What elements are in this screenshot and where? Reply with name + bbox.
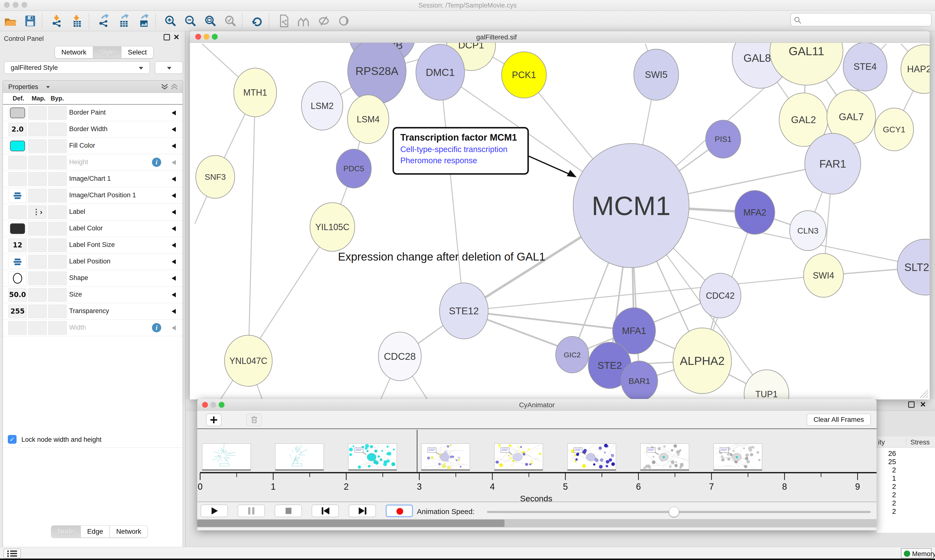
mapping-cell[interactable]: [28, 271, 47, 285]
default-cell[interactable]: 50.0: [8, 288, 27, 302]
network-node-pdc5[interactable]: PDC5: [336, 149, 371, 188]
stop-button[interactable]: [275, 505, 302, 517]
expand-row-icon[interactable]: [172, 127, 176, 132]
network-edge[interactable]: [440, 72, 464, 311]
expand-row-icon[interactable]: [172, 210, 176, 215]
property-row-border-width[interactable]: 2.0Border Width: [3, 121, 183, 138]
timeline-frame-7[interactable]: [713, 443, 762, 471]
memory-button[interactable]: Memory: [901, 548, 932, 558]
close-panel-icon[interactable]: ✕: [173, 34, 180, 41]
network-canvas[interactable]: RPS28BDCP1RPS28ADMC1PCK1SWI5GAL80GAL11ST…: [190, 43, 930, 400]
network-node-pck1[interactable]: PCK1: [501, 52, 546, 98]
add-frame-button[interactable]: [206, 414, 222, 426]
properties-header[interactable]: Properties: [3, 81, 183, 93]
skip-end-button[interactable]: [349, 505, 376, 517]
search-input[interactable]: [804, 14, 926, 25]
network-node-swi4[interactable]: SWI4: [804, 254, 844, 297]
resize-grip-icon[interactable]: [918, 387, 928, 398]
table-cell-value[interactable]: 1: [879, 474, 896, 482]
mapping-cell[interactable]: [28, 139, 47, 153]
search-box[interactable]: [790, 13, 932, 26]
speed-slider[interactable]: [487, 511, 871, 513]
skip-start-button[interactable]: [312, 505, 339, 517]
zoom-out-icon[interactable]: [184, 14, 198, 28]
refresh-icon[interactable]: [250, 14, 264, 28]
expand-row-icon[interactable]: [172, 326, 176, 330]
network-node-gcy1[interactable]: GCY1: [875, 108, 913, 151]
network-node-ynl047c[interactable]: YNL047C: [224, 335, 272, 386]
expand-row-icon[interactable]: [172, 177, 176, 182]
property-row-label-position[interactable]: Label Position: [3, 254, 183, 270]
bypass-cell[interactable]: [48, 238, 67, 252]
sphere-icon[interactable]: [337, 14, 351, 28]
network-node-mfa2[interactable]: MFA2: [735, 191, 775, 234]
network-edge[interactable]: [464, 275, 824, 311]
tab-network[interactable]: Network: [55, 46, 93, 58]
mapping-cell[interactable]: [28, 172, 47, 186]
bypass-cell[interactable]: [48, 123, 67, 136]
table-cell-value[interactable]: 2: [879, 466, 896, 474]
property-row-image-chart-position-1[interactable]: Image/Chart Position 1: [3, 187, 183, 204]
default-cell[interactable]: [8, 255, 27, 269]
property-row-border-paint[interactable]: Border Paint: [3, 105, 183, 121]
property-row-height[interactable]: Heighti: [3, 154, 183, 171]
open-folder-icon[interactable]: [3, 14, 17, 28]
tab-edge[interactable]: Edge: [80, 525, 110, 538]
network-node-cln3[interactable]: CLN3: [790, 211, 826, 251]
expand-row-icon[interactable]: [172, 143, 176, 148]
network-node-slt2[interactable]: SLT2: [897, 239, 930, 295]
property-row-transparency[interactable]: 255Transparency: [3, 303, 183, 320]
annotation-link-2[interactable]: Pheromone response: [400, 156, 528, 165]
zoom-selected-icon[interactable]: [224, 14, 238, 28]
network-node-dmc1[interactable]: DMC1: [416, 44, 464, 100]
doc-network-icon[interactable]: [277, 14, 291, 28]
network-node-cdc28[interactable]: CDC28: [378, 332, 421, 381]
clear-all-frames-button[interactable]: Clear All Frames: [807, 414, 871, 426]
timeline-frame-5[interactable]: [567, 443, 616, 471]
record-button[interactable]: [386, 505, 413, 517]
network-node-pis1[interactable]: PIS1: [706, 120, 741, 158]
export-network-icon[interactable]: [97, 14, 111, 28]
expand-row-icon[interactable]: [172, 292, 176, 297]
network-node-alpha2[interactable]: ALPHA2: [673, 328, 731, 394]
network-node-lsm4[interactable]: LSM4: [347, 95, 389, 143]
delete-frame-button[interactable]: [247, 414, 262, 426]
timeline-frame-0[interactable]: [202, 443, 251, 471]
float-panel-icon[interactable]: [908, 402, 915, 408]
bundle-icon[interactable]: [297, 14, 311, 28]
network-node-bar1[interactable]: BAR1: [621, 361, 658, 400]
bypass-cell[interactable]: [48, 305, 67, 318]
property-row-label-font-size[interactable]: 12Label Font Size: [3, 237, 183, 254]
mapping-cell[interactable]: [28, 106, 47, 120]
mapping-cell[interactable]: [28, 238, 47, 252]
network-node-rps28a[interactable]: RPS28A: [348, 43, 406, 104]
default-cell[interactable]: 2.0: [8, 123, 27, 136]
info-icon[interactable]: i: [152, 158, 161, 167]
lock-checkbox[interactable]: ✓: [8, 435, 17, 444]
mapping-cell[interactable]: [28, 189, 47, 202]
export-image-icon[interactable]: [137, 14, 151, 28]
task-history-button[interactable]: [3, 549, 21, 558]
default-cell[interactable]: [8, 321, 27, 335]
network-node-snf3[interactable]: SNF3: [196, 155, 235, 198]
property-row-label[interactable]: ⋮›Label: [3, 204, 183, 220]
timeline-frame-4[interactable]: [494, 443, 543, 471]
property-row-width[interactable]: Widthi: [3, 320, 183, 336]
export-table-icon[interactable]: [117, 14, 131, 28]
default-cell[interactable]: [8, 156, 27, 169]
mapping-cell[interactable]: [28, 123, 47, 136]
network-node-hap2[interactable]: HAP2: [901, 45, 930, 94]
property-row-label-color[interactable]: Label Color: [3, 220, 183, 237]
property-row-size[interactable]: 50.0Size: [3, 286, 183, 303]
default-cell[interactable]: [8, 139, 27, 153]
timeline-scrollbar[interactable]: [197, 519, 876, 528]
bypass-cell[interactable]: [48, 172, 67, 186]
tab-network[interactable]: Network: [110, 525, 148, 538]
save-icon[interactable]: [23, 14, 37, 28]
table-cell-value[interactable]: 2: [879, 491, 896, 499]
mapping-cell[interactable]: [28, 288, 47, 302]
network-node-yil105c[interactable]: YIL105C: [310, 203, 355, 251]
timeline-frame-3[interactable]: [421, 443, 470, 471]
network-edge[interactable]: [248, 92, 255, 361]
default-cell[interactable]: 255: [8, 305, 27, 318]
